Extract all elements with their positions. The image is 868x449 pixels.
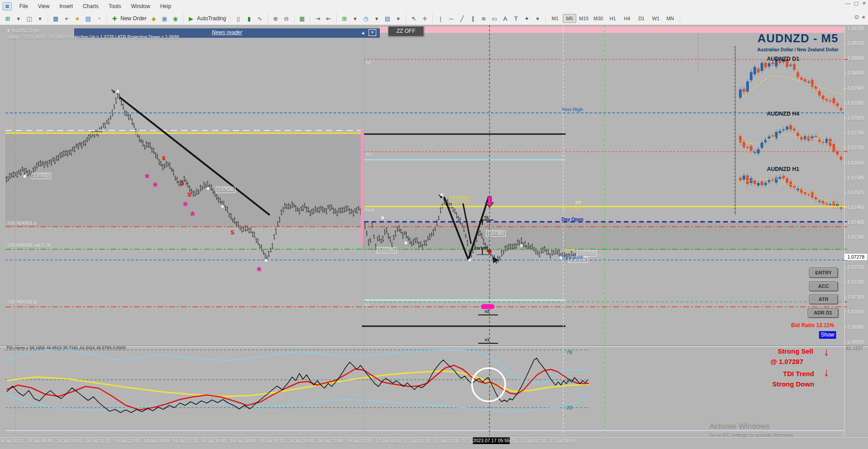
chart-tab[interactable]: ▼ AUDNZD,M5 <box>6 28 41 33</box>
chevron-down-icon[interactable]: ▾ <box>532 14 543 23</box>
cursor-icon[interactable]: ↖ <box>409 14 419 23</box>
fibonacci-icon[interactable]: ≋ <box>478 14 489 23</box>
time-label: 14 Jul 12:40 <box>114 438 140 444</box>
menu-insert[interactable]: Insert <box>54 0 78 12</box>
timeframe-m5[interactable]: M5 <box>563 14 576 23</box>
price-level-mark <box>845 226 847 227</box>
line-chart-icon[interactable]: ∿ <box>254 14 265 23</box>
autotrading-icon[interactable]: ▶ <box>186 14 196 23</box>
menu-charts[interactable]: Charts <box>78 0 103 12</box>
mini-d1-candle <box>793 64 796 70</box>
signals-icon[interactable]: ◉ <box>170 14 181 23</box>
navigator-icon[interactable]: ★ <box>72 14 83 23</box>
menu-file[interactable]: File <box>14 0 33 12</box>
menu-window[interactable]: Window <box>126 0 156 12</box>
indicators-icon[interactable]: ⊞ <box>339 14 350 23</box>
timeframe-d1[interactable]: D1 <box>635 14 648 23</box>
strategy-tester-icon[interactable]: ◔ <box>93 14 104 23</box>
mini-h1-candle <box>832 202 835 206</box>
zoom-in-icon[interactable]: ⊕ <box>270 14 281 23</box>
panel-button-atr[interactable]: ATR <box>809 295 838 304</box>
panel-button-acc[interactable]: ACC <box>809 282 838 291</box>
timeframe-m30[interactable]: M30 <box>592 14 605 23</box>
chevron-down-icon[interactable]: ▾ <box>350 14 361 23</box>
price-tick: 1.07645 <box>847 160 864 166</box>
price-tick-mark <box>845 327 846 328</box>
timeframe-h4[interactable]: H4 <box>620 14 634 23</box>
maximize-icon[interactable]: ▢ <box>854 0 858 6</box>
new-order-icon[interactable]: ✚ <box>109 14 120 23</box>
chevron-down-icon[interactable]: ▾ <box>393 14 404 23</box>
trendline-icon[interactable]: ╱ <box>457 14 467 23</box>
menu-tools[interactable]: Tools <box>104 0 126 12</box>
channel-icon[interactable]: ∥ <box>467 14 478 23</box>
mini-d1-candle <box>832 98 835 103</box>
swing-dot <box>116 90 120 93</box>
templates-icon[interactable]: ▤ <box>382 14 393 23</box>
menu-help[interactable]: Help <box>155 0 176 12</box>
minimize-icon[interactable]: — <box>845 0 850 6</box>
crosshair-icon[interactable]: ✛ <box>419 14 430 23</box>
toolbar-group: ⊕⊖ <box>268 13 294 23</box>
chart-label: x1 <box>485 337 490 342</box>
search-icon[interactable]: ⊙ <box>854 13 859 20</box>
new-chart-icon[interactable]: ⊞ <box>2 14 13 23</box>
price-tick-mark <box>845 148 846 148</box>
terminal-icon[interactable]: ▤ <box>83 14 93 23</box>
subwindow-separator[interactable] <box>0 346 868 346</box>
mini-chart-title: AUDNZD H1 <box>767 166 799 172</box>
swing-dot <box>560 256 563 260</box>
chart-label: 78 <box>566 350 572 355</box>
close-icon[interactable]: ✕ <box>862 0 866 6</box>
time-axis[interactable]: 14 Jul 202314 Jul 08:4014 Jul 10:0014 Ju… <box>0 436 868 446</box>
zoom-out-icon[interactable]: ⊖ <box>281 14 292 23</box>
auto-scroll-icon[interactable]: ⇥ <box>312 14 323 23</box>
chevron-down-icon[interactable]: ▾ <box>35 14 45 23</box>
vline-icon[interactable]: | <box>435 14 446 23</box>
timeframe-mn[interactable]: MN <box>663 14 677 23</box>
price-tick: 1.07045 <box>847 309 864 314</box>
periods-icon[interactable]: ◷ <box>361 14 371 23</box>
timeframe-w1[interactable]: W1 <box>649 14 663 23</box>
show-button[interactable]: Show <box>819 331 836 339</box>
text-icon[interactable]: A <box>500 14 511 23</box>
tile-windows-icon[interactable]: ▦ <box>297 14 307 23</box>
collapse-icon[interactable]: ▲ <box>361 30 365 35</box>
chevron-down-icon[interactable]: ▾ <box>371 14 382 23</box>
bars-icon[interactable]: ▯ <box>233 14 244 23</box>
shapes-icon[interactable]: ▭ <box>489 14 500 23</box>
timeframe-m15[interactable]: M15 <box>577 14 591 23</box>
signal-letter: S <box>180 180 184 186</box>
panel-button-entry[interactable]: ENTRY <box>809 268 838 278</box>
price-scale[interactable]: 1.081851.081251.080651.080051.079451.078… <box>844 25 868 436</box>
price-tick: 1.07465 <box>847 205 864 210</box>
mini-d1-candle <box>746 81 749 92</box>
arrow-objects-icon[interactable]: ✦ <box>521 14 532 23</box>
mini-h4-candle <box>771 135 774 136</box>
timeframe-h1[interactable]: H1 <box>606 14 619 23</box>
close-icon[interactable]: ✕ <box>369 29 376 36</box>
mt4-window: *****SSS6↘↘◆ ▦ FileViewInsertChartsTools… <box>0 0 868 449</box>
menu-view[interactable]: View <box>33 0 54 12</box>
hline-icon[interactable]: ─ <box>446 14 457 23</box>
window-controls: —▢✕ <box>845 0 866 6</box>
profiles-icon[interactable]: ◫ <box>24 14 35 23</box>
panel-button-adr-d1[interactable]: ADR D1 <box>808 308 838 318</box>
chart-label: Yest High <box>561 107 583 112</box>
community-icon[interactable]: ● <box>862 13 865 20</box>
bid-ratio-label: Bid Ratio 12.11% <box>791 322 834 328</box>
timeframe-m1[interactable]: M1 <box>548 14 562 23</box>
autotrading-icon-label[interactable]: AutoTrading <box>196 15 228 22</box>
new-order-icon-label[interactable]: New Order <box>120 15 148 22</box>
data-window-icon[interactable]: ⌖ <box>61 14 72 23</box>
publish-icon[interactable]: ▣ <box>159 14 170 23</box>
market-watch-icon[interactable]: ▦ <box>50 14 61 23</box>
chart-shift-icon[interactable]: ⇤ <box>323 14 334 23</box>
experts-icon[interactable]: ◆ <box>148 14 159 23</box>
candles-icon[interactable]: ▮ <box>244 14 254 23</box>
timeframe-group: M1M5M15M30H1H4D1W1MN <box>546 13 680 23</box>
chevron-down-icon[interactable]: ▾ <box>13 14 24 23</box>
fractal-asterisk: * <box>190 209 195 223</box>
zz-off-button[interactable]: ZZ OFF <box>388 26 424 36</box>
label-icon[interactable]: T <box>511 14 521 23</box>
